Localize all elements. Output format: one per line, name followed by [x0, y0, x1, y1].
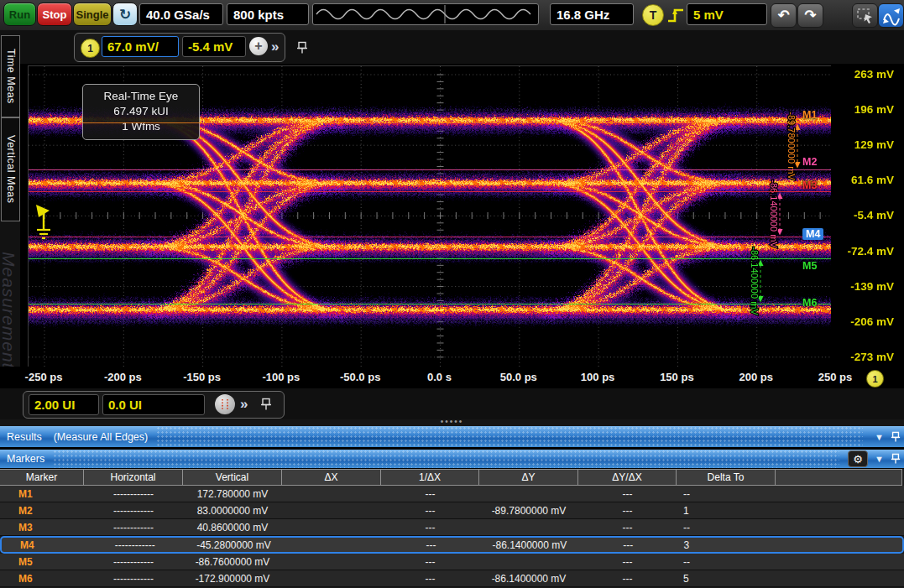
waveform-autoscale-icon: [881, 6, 901, 26]
autoscale-button[interactable]: [878, 3, 904, 28]
table-row-m6[interactable]: M6-------------172.900000 mV----86.14000…: [0, 570, 904, 587]
marker-label-m1[interactable]: M1: [802, 109, 817, 121]
results-title: Results: [7, 431, 42, 443]
run-button[interactable]: Run: [3, 3, 36, 26]
cell-marker: M6: [0, 570, 84, 586]
selection-icon: [856, 7, 875, 25]
axis-channel-badge[interactable]: 1: [866, 370, 884, 388]
column-header[interactable]: Delta To: [677, 469, 776, 486]
y-axis-label: -72.4 mV: [833, 245, 894, 258]
panel-splitter[interactable]: •••••: [0, 419, 904, 426]
marker-line-m6[interactable]: [29, 304, 832, 304]
x-axis-label: -150 ps: [169, 371, 236, 383]
touch-icon: ↻: [119, 6, 131, 23]
region-select-button[interactable]: [852, 3, 878, 28]
marker-line-m4[interactable]: [29, 237, 832, 237]
cell-marker: M3: [0, 519, 84, 535]
results-pin-icon[interactable]: [891, 431, 901, 443]
y-axis-label: 129 mV: [833, 138, 894, 151]
channel-pin-icon[interactable]: [296, 41, 308, 55]
marker-label-m6[interactable]: M6: [802, 297, 817, 309]
horizontal-pin-icon[interactable]: [260, 398, 272, 411]
channel-badge[interactable]: 1: [81, 39, 100, 58]
channel-bar-row: 1 67.0 mV/ -5.4 mV + »: [0, 30, 904, 64]
gear-icon: ⚙: [853, 453, 863, 466]
table-row-m5[interactable]: M5-------------86.7600000 mV--------: [0, 554, 904, 570]
trigger-badge[interactable]: T: [642, 4, 664, 26]
delta-annotation: -86.1400000 mV: [769, 180, 779, 248]
table-row-m2[interactable]: M2------------83.0000000 mV----89.780000…: [0, 502, 904, 519]
results-bar[interactable]: Results (Measure All Edges) ▼: [0, 426, 904, 447]
stop-button[interactable]: Stop: [37, 3, 72, 26]
eye-info-ui: 67.497 kUI: [86, 104, 196, 119]
horizontal-controls: 2.00 UI 0.0 UI »: [23, 391, 285, 419]
delay-mode-button[interactable]: [215, 394, 235, 414]
markers-menu-arrow-icon[interactable]: ▼: [875, 454, 884, 464]
redo-button[interactable]: ↷: [797, 3, 823, 28]
sample-rate-value[interactable]: 40.0 GSa/s: [139, 3, 223, 25]
marker-line-m5[interactable]: [29, 258, 832, 259]
undo-icon: ↶: [777, 7, 789, 24]
marker-line-m2[interactable]: [29, 169, 832, 170]
vertical-offset-input[interactable]: -5.4 mV: [182, 36, 246, 57]
markers-pin-icon[interactable]: [891, 453, 901, 465]
horizontal-preview[interactable]: [312, 3, 539, 25]
markers-bar[interactable]: Markers ⚙ ▼: [0, 450, 904, 468]
redo-icon: ↷: [804, 7, 816, 24]
cell-dy_dx: ---: [579, 538, 677, 552]
column-header[interactable]: Horizontal: [84, 469, 183, 486]
column-header[interactable]: ΔY/ΔX: [578, 469, 677, 486]
waveform-plot[interactable]: -89.7800000 mV-86.1400000 mV-86.1400000 …: [28, 65, 833, 368]
touch-mode-button[interactable]: ↻: [112, 3, 138, 26]
marker-label-m4[interactable]: M4: [802, 228, 823, 240]
horizontal-more-button[interactable]: »: [240, 397, 248, 411]
table-row-m3[interactable]: M3------------40.8600000 mV--------: [0, 519, 904, 536]
cell-inv_dx: ---: [381, 502, 479, 518]
x-axis-label: 200 ps: [723, 371, 790, 383]
cell-blank: [776, 519, 902, 535]
results-menu-arrow-icon[interactable]: ▼: [875, 432, 884, 442]
column-header[interactable]: ΔX: [282, 469, 381, 486]
trigger-level-value[interactable]: 5 mV: [687, 3, 767, 25]
cell-marker: M4: [2, 538, 86, 552]
marker-label-m5[interactable]: M5: [802, 260, 817, 272]
tab-vertical-meas[interactable]: Vertical Meas: [1, 117, 20, 221]
bandwidth-value[interactable]: 16.8 GHz: [550, 3, 634, 25]
vertical-scale-input[interactable]: 67.0 mV/: [102, 36, 179, 57]
column-header[interactable]: [776, 469, 902, 486]
trigger-edge-icon[interactable]: [666, 5, 686, 25]
column-header[interactable]: Vertical: [183, 469, 282, 486]
cell-delta_to: --: [677, 519, 776, 535]
cell-inv_dx: ---: [381, 570, 479, 586]
channel-controls: 1 67.0 mV/ -5.4 mV + »: [74, 33, 285, 62]
horizontal-scale-input[interactable]: 2.00 UI: [29, 394, 99, 415]
x-axis-label: -250 ps: [10, 371, 77, 383]
x-axis-label: -200 ps: [89, 371, 156, 383]
table-row-m1[interactable]: M1------------172.780000 mV--------: [0, 486, 904, 502]
cell-horizontal: ------------: [84, 554, 183, 570]
cell-blank: [776, 570, 902, 586]
tab-time-meas[interactable]: Time Meas: [1, 35, 20, 117]
y-axis-label: 61.6 mV: [833, 174, 894, 186]
undo-button[interactable]: ↶: [771, 3, 797, 28]
horizontal-position-input[interactable]: 0.0 UI: [102, 394, 205, 415]
column-header[interactable]: ΔY: [479, 469, 578, 486]
cell-dy_dx: ---: [578, 570, 677, 586]
column-header[interactable]: 1/ΔX: [381, 469, 479, 486]
cell-inv_dx: ---: [381, 554, 479, 570]
add-channel-button[interactable]: +: [249, 37, 268, 55]
channel-more-button[interactable]: »: [271, 39, 279, 54]
marker-line-m1[interactable]: [29, 122, 832, 123]
markers-table: MarkerHorizontalVerticalΔX1/ΔXΔYΔY/ΔXDel…: [0, 469, 904, 588]
marker-line-m3[interactable]: [29, 191, 832, 192]
marker-label-m2[interactable]: M2: [802, 156, 817, 168]
cell-dx: [282, 519, 381, 535]
marker-label-m3[interactable]: M3: [802, 180, 817, 191]
eye-info-box: Real-Time Eye 67.497 kUI 1 Wfms: [82, 84, 200, 140]
y-axis-label: -206 mV: [833, 315, 894, 328]
memory-depth-value[interactable]: 800 kpts: [227, 3, 309, 25]
single-button[interactable]: Single: [73, 3, 112, 26]
column-header[interactable]: Marker: [0, 469, 84, 486]
table-row-m4[interactable]: M4-------------45.2800000 mV----86.14000…: [0, 536, 904, 554]
markers-settings-button[interactable]: ⚙: [848, 450, 868, 467]
